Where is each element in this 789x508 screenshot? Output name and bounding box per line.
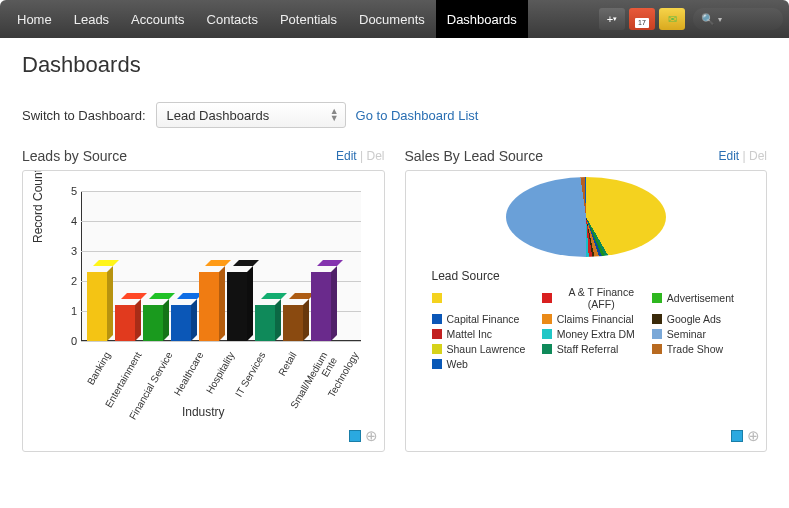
legend-item: Advertisement bbox=[652, 286, 756, 310]
search-input[interactable]: 🔍▾ bbox=[693, 8, 783, 30]
legend-item: Trade Show bbox=[652, 343, 756, 355]
legend-item: Mattel Inc bbox=[432, 328, 536, 340]
panel-title-bar: Leads by Source bbox=[22, 148, 127, 164]
bar bbox=[311, 272, 335, 341]
color-toggle-icon[interactable] bbox=[349, 430, 361, 442]
del-link-bar: Del bbox=[366, 149, 384, 163]
page-title: Dashboards bbox=[22, 52, 767, 78]
y-axis-label: Record Count bbox=[31, 170, 45, 243]
nav-item-potentials[interactable]: Potentials bbox=[269, 0, 348, 38]
legend-item: Staff Referral bbox=[542, 343, 646, 355]
dashboard-list-link[interactable]: Go to Dashboard List bbox=[356, 108, 479, 123]
legend-item: Google Ads bbox=[652, 313, 756, 325]
x-axis-label: Industry bbox=[33, 405, 374, 419]
legend-item: Seminar bbox=[652, 328, 756, 340]
nav-item-accounts[interactable]: Accounts bbox=[120, 0, 195, 38]
nav-item-leads[interactable]: Leads bbox=[63, 0, 120, 38]
nav-item-contacts[interactable]: Contacts bbox=[196, 0, 269, 38]
legend-item: Capital Finance bbox=[432, 313, 536, 325]
edit-link-pie[interactable]: Edit bbox=[719, 149, 740, 163]
legend-item: Web bbox=[432, 358, 536, 370]
legend-item: Money Extra DM bbox=[542, 328, 646, 340]
mail-icon[interactable]: ✉ bbox=[659, 8, 685, 30]
legend-item: A & T Finance (AFF) bbox=[542, 286, 646, 310]
edit-link-bar[interactable]: Edit bbox=[336, 149, 357, 163]
dashboard-select[interactable]: Lead Dashboards ▲▼ bbox=[156, 102, 346, 128]
nav-item-home[interactable]: Home bbox=[6, 0, 63, 38]
bar bbox=[283, 305, 307, 341]
nav-item-documents[interactable]: Documents bbox=[348, 0, 436, 38]
del-link-pie: Del bbox=[749, 149, 767, 163]
search-icon: 🔍 bbox=[701, 13, 715, 26]
switch-label: Switch to Dashboard: bbox=[22, 108, 146, 123]
pie-chart-panel: Lead Source A & T Finance (AFF)Advertise… bbox=[405, 170, 768, 452]
bar bbox=[143, 305, 167, 341]
top-nav: HomeLeadsAccountsContactsPotentialsDocum… bbox=[0, 0, 789, 38]
panel-title-pie: Sales By Lead Source bbox=[405, 148, 544, 164]
bar-chart-panel: Record Count 012345 BankingEntertainment… bbox=[22, 170, 385, 452]
legend-item: Claims Financial bbox=[542, 313, 646, 325]
calendar-icon[interactable] bbox=[629, 8, 655, 30]
color-toggle-icon[interactable] bbox=[731, 430, 743, 442]
zoom-icon[interactable]: ⊕ bbox=[365, 427, 378, 445]
bar bbox=[255, 305, 279, 341]
legend-item bbox=[432, 286, 536, 310]
bar bbox=[115, 305, 139, 341]
nav-item-dashboards[interactable]: Dashboards bbox=[436, 0, 528, 38]
legend-title: Lead Source bbox=[406, 269, 767, 283]
zoom-icon[interactable]: ⊕ bbox=[747, 427, 760, 445]
bar bbox=[171, 305, 195, 341]
legend-item: Shaun Lawrence bbox=[432, 343, 536, 355]
bar bbox=[227, 272, 251, 341]
chevron-updown-icon: ▲▼ bbox=[330, 108, 339, 122]
add-icon[interactable]: +▾ bbox=[599, 8, 625, 30]
bar bbox=[199, 272, 223, 341]
bar bbox=[87, 272, 111, 341]
